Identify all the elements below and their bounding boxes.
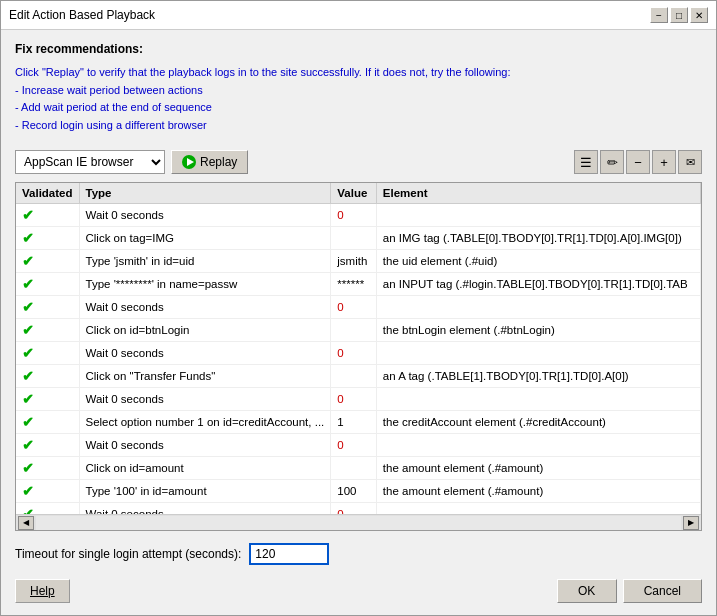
cell-element (376, 342, 700, 365)
fix-bullet3: - Record login using a different browser (15, 117, 702, 135)
horizontal-scrollbar[interactable]: ◀ ▶ (16, 514, 701, 530)
cell-value (331, 365, 377, 388)
window-title: Edit Action Based Playback (9, 8, 155, 22)
cancel-button[interactable]: Cancel (623, 579, 702, 603)
checkmark-icon: ✔ (22, 437, 34, 453)
table-row[interactable]: ✔Click on tag=IMGan IMG tag (.TABLE[0].T… (16, 227, 701, 250)
table-row[interactable]: ✔Type 'jsmith' in id=uidjsmiththe uid el… (16, 250, 701, 273)
cell-value (331, 227, 377, 250)
table-body: ✔Wait 0 seconds0✔Click on tag=IMGan IMG … (16, 204, 701, 514)
ok-button[interactable]: OK (557, 579, 617, 603)
cell-type: Click on id=btnLogin (79, 319, 331, 342)
checkmark-icon: ✔ (22, 322, 34, 338)
cell-type: Click on id=amount (79, 457, 331, 480)
cell-validated: ✔ (16, 319, 79, 342)
table-row[interactable]: ✔Type '100' in id=amount100the amount el… (16, 480, 701, 503)
cell-value: 1 (331, 411, 377, 434)
replay-button[interactable]: Replay (171, 150, 248, 174)
cell-type: Wait 0 seconds (79, 204, 331, 227)
cell-value: 0 (331, 296, 377, 319)
table-row[interactable]: ✔Wait 0 seconds0 (16, 503, 701, 514)
window-controls: − □ ✕ (650, 7, 708, 23)
toolbar-icons: ☰ ✏ − + ✉ (574, 150, 702, 174)
cell-validated: ✔ (16, 296, 79, 319)
table-icon: ☰ (580, 155, 592, 170)
table-row[interactable]: ✔Select option number 1 on id=creditAcco… (16, 411, 701, 434)
cell-value (331, 457, 377, 480)
checkmark-icon: ✔ (22, 253, 34, 269)
cell-validated: ✔ (16, 480, 79, 503)
table-row[interactable]: ✔Wait 0 seconds0 (16, 204, 701, 227)
minus-icon: − (634, 155, 642, 170)
cell-type: Type '100' in id=amount (79, 480, 331, 503)
cell-element: the amount element (.#amount) (376, 480, 700, 503)
checkmark-icon: ✔ (22, 460, 34, 476)
checkmark-icon: ✔ (22, 506, 34, 514)
close-button[interactable]: ✕ (690, 7, 708, 23)
timeout-row: Timeout for single login attempt (second… (15, 543, 702, 565)
scroll-track[interactable] (36, 516, 681, 530)
cell-validated: ✔ (16, 342, 79, 365)
fix-text-block: Click "Replay" to verify that the playba… (15, 64, 702, 134)
cell-value: jsmith (331, 250, 377, 273)
table-row[interactable]: ✔Type '********' in name=passw******an I… (16, 273, 701, 296)
table-header-row: Validated Type Value Element (16, 183, 701, 204)
fix-bullet2: - Add wait period at the end of sequence (15, 99, 702, 117)
cell-value (331, 319, 377, 342)
cell-element (376, 204, 700, 227)
add-icon-button[interactable]: + (652, 150, 676, 174)
minimize-button[interactable]: − (650, 7, 668, 23)
table-row[interactable]: ✔Wait 0 seconds0 (16, 296, 701, 319)
cell-element (376, 388, 700, 411)
table-scroll-area[interactable]: Validated Type Value Element ✔Wait 0 sec… (16, 183, 701, 514)
header-value: Value (331, 183, 377, 204)
browser-select[interactable]: AppScan IE browser (15, 150, 165, 174)
mail-icon-button[interactable]: ✉ (678, 150, 702, 174)
cell-validated: ✔ (16, 250, 79, 273)
cell-element (376, 503, 700, 514)
cell-type: Wait 0 seconds (79, 434, 331, 457)
table-row[interactable]: ✔Wait 0 seconds0 (16, 342, 701, 365)
cell-type: Click on tag=IMG (79, 227, 331, 250)
header-validated: Validated (16, 183, 79, 204)
fix-bullet1: - Increase wait period between actions (15, 82, 702, 100)
cell-validated: ✔ (16, 204, 79, 227)
table-row[interactable]: ✔Click on "Transfer Funds"an A tag (.TAB… (16, 365, 701, 388)
remove-icon-button[interactable]: − (626, 150, 650, 174)
cell-element: the btnLogin element (.#btnLogin) (376, 319, 700, 342)
cell-type: Select option number 1 on id=creditAccou… (79, 411, 331, 434)
cell-element: the uid element (.#uid) (376, 250, 700, 273)
timeout-input[interactable] (249, 543, 329, 565)
table-row[interactable]: ✔Click on id=amountthe amount element (.… (16, 457, 701, 480)
cell-validated: ✔ (16, 273, 79, 296)
checkmark-icon: ✔ (22, 207, 34, 223)
cell-validated: ✔ (16, 365, 79, 388)
scroll-right-button[interactable]: ▶ (683, 516, 699, 530)
cell-type: Wait 0 seconds (79, 296, 331, 319)
cell-value: 0 (331, 388, 377, 411)
cell-validated: ✔ (16, 411, 79, 434)
edit-icon-button[interactable]: ✏ (600, 150, 624, 174)
checkmark-icon: ✔ (22, 414, 34, 430)
checkmark-icon: ✔ (22, 368, 34, 384)
table-icon-button[interactable]: ☰ (574, 150, 598, 174)
scroll-left-button[interactable]: ◀ (18, 516, 34, 530)
replay-label: Replay (200, 155, 237, 169)
plus-icon: + (660, 155, 668, 170)
maximize-button[interactable]: □ (670, 7, 688, 23)
cell-element: an A tag (.TABLE[1].TBODY[0].TR[1].TD[0]… (376, 365, 700, 388)
checkmark-icon: ✔ (22, 299, 34, 315)
cell-value: 0 (331, 342, 377, 365)
table-row[interactable]: ✔Wait 0 seconds0 (16, 388, 701, 411)
cell-type: Click on "Transfer Funds" (79, 365, 331, 388)
cell-validated: ✔ (16, 227, 79, 250)
cell-element (376, 434, 700, 457)
fix-recommendations-heading: Fix recommendations: (15, 42, 702, 56)
table-row[interactable]: ✔Wait 0 seconds0 (16, 434, 701, 457)
cell-validated: ✔ (16, 434, 79, 457)
main-content: Fix recommendations: Click "Replay" to v… (1, 30, 716, 615)
table-row[interactable]: ✔Click on id=btnLoginthe btnLogin elemen… (16, 319, 701, 342)
cell-element: the creditAccount element (.#creditAccou… (376, 411, 700, 434)
action-table-container: Validated Type Value Element ✔Wait 0 sec… (15, 182, 702, 531)
help-button[interactable]: Help (15, 579, 70, 603)
